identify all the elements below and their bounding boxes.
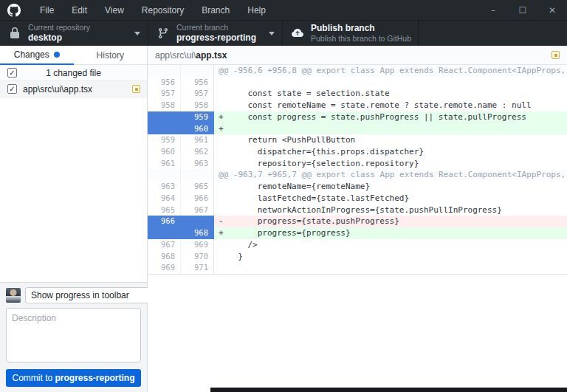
code-text: @@ -956,6 +956,8 @@ export class App ext… [219, 66, 567, 75]
old-line-number[interactable]: 958 [148, 100, 181, 111]
github-logo-icon [7, 4, 21, 17]
code-text: return <PushPullButton [228, 135, 355, 145]
new-line-number[interactable]: 959 [181, 111, 214, 123]
new-line-number[interactable]: 965 [181, 181, 214, 193]
old-line-number[interactable] [148, 111, 181, 123]
old-line-number[interactable]: 964 [148, 193, 181, 204]
diff-file-name: app.tsx [196, 50, 227, 61]
commit-button-branch: progress-reporting [55, 373, 135, 383]
menu-branch[interactable]: Branch [193, 0, 238, 20]
changed-file-list: ✓app\src\ui\app.tsx [0, 81, 147, 282]
new-line-number[interactable]: 961 [181, 134, 214, 146]
publish-branch-button[interactable]: Publish branch Publish this branch to Gi… [283, 21, 419, 46]
new-line-number[interactable]: 962 [181, 146, 214, 158]
menu-repository[interactable]: Repository [133, 0, 193, 20]
old-line-number[interactable]: 965 [148, 204, 181, 216]
old-line-number[interactable]: 963 [148, 181, 181, 193]
diff-sign: + [219, 227, 228, 239]
code-line: /> [214, 239, 567, 251]
current-branch-label: Current branch [176, 23, 264, 32]
diff-sign: + [219, 123, 228, 135]
sidebar-tabbar: ChangesHistory [0, 46, 147, 65]
new-line-number[interactable]: 958 [181, 100, 214, 111]
maximize-button[interactable]: ☐ [508, 0, 537, 20]
minimize-button[interactable]: – [478, 0, 508, 20]
current-repository-dropdown[interactable]: Current repository desktop [0, 21, 148, 46]
background-window-edge [210, 388, 567, 392]
new-line-number[interactable]: 967 [181, 204, 214, 216]
commit-summary-input[interactable] [25, 287, 151, 303]
commit-button[interactable]: Commit to progress-reporting [6, 369, 141, 387]
code-text: @@ -963,7 +965,7 @@ export class App ext… [219, 170, 567, 179]
code-text: progress={state.pushProgress} [228, 216, 399, 226]
hunk-header: @@ -963,7 +965,7 @@ export class App ext… [214, 169, 567, 181]
new-line-number[interactable]: 971 [181, 262, 214, 274]
old-line-number[interactable] [148, 227, 181, 239]
chevron-down-icon [134, 32, 140, 35]
menu-view[interactable]: View [96, 0, 133, 20]
old-line-number[interactable] [148, 169, 181, 181]
diff-file-header: app\src\ui\app.tsx [148, 46, 567, 65]
modified-status-icon [551, 51, 560, 59]
diff-view: @@ -956,6 +956,8 @@ export class App ext… [148, 65, 567, 275]
old-line-number[interactable]: 956 [148, 77, 181, 89]
code-line: + [214, 123, 567, 135]
new-line-number[interactable] [181, 216, 214, 227]
menu-help[interactable]: Help [238, 0, 275, 20]
old-line-number[interactable]: 966 [148, 216, 181, 227]
code-line: remoteName={remoteName} [214, 181, 567, 193]
old-line-number[interactable]: 969 [148, 262, 181, 274]
changed-files-count: 1 changed file [0, 68, 147, 78]
code-line: networkActionInProgress={state.pushPullI… [214, 204, 567, 216]
code-line: } [214, 251, 567, 263]
publish-branch-subtitle: Publish this branch to GitHub [311, 34, 410, 44]
include-file-checkbox[interactable]: ✓ [7, 84, 17, 94]
tab-history[interactable]: History [74, 46, 148, 65]
code-text: repository={selection.repository} [228, 159, 419, 168]
new-line-number[interactable] [181, 169, 214, 181]
new-line-number[interactable]: 969 [181, 239, 214, 251]
title-bar: FileEditViewRepositoryBranchHelp –☐✕ [0, 0, 567, 21]
include-all-checkbox[interactable]: ✓ [7, 68, 17, 78]
changed-file-row[interactable]: ✓app\src\ui\app.tsx [0, 81, 147, 97]
old-line-number[interactable]: 961 [148, 158, 181, 170]
window-controls: –☐✕ [478, 0, 567, 20]
menu-bar-items: FileEditViewRepositoryBranchHelp [31, 0, 275, 20]
new-line-number[interactable]: 966 [181, 193, 214, 204]
code-text: dispatcher={this.props.dispatcher} [228, 147, 424, 157]
new-line-number[interactable]: 968 [181, 227, 214, 239]
menu-file[interactable]: File [31, 0, 63, 20]
current-branch-dropdown[interactable]: Current branch progress-reporting [148, 21, 283, 46]
old-line-number[interactable]: 968 [148, 251, 181, 263]
code-line: - progress={state.pushProgress} [214, 216, 567, 227]
code-line: dispatcher={this.props.dispatcher} [214, 146, 567, 158]
new-line-number[interactable]: 963 [181, 158, 214, 170]
new-line-number[interactable]: 960 [181, 123, 214, 135]
changed-file-path: app\src\ui\app.tsx [23, 84, 132, 94]
code-text: remoteName={remoteName} [228, 182, 370, 191]
old-line-number[interactable]: 959 [148, 134, 181, 146]
modified-status-icon [132, 85, 140, 93]
old-line-number[interactable] [148, 65, 181, 77]
new-line-number[interactable]: 956 [181, 77, 214, 89]
close-button[interactable]: ✕ [537, 0, 567, 20]
code-text: networkActionInProgress={state.pushPullI… [228, 205, 502, 215]
unsaved-changes-dot [54, 52, 60, 58]
old-line-number[interactable]: 960 [148, 146, 181, 158]
new-line-number[interactable]: 957 [181, 88, 214, 100]
old-line-number[interactable] [148, 123, 181, 135]
changes-sidebar: ChangesHistory ✓ 1 changed file ✓app\src… [0, 46, 148, 392]
code-line: return <PushPullButton [214, 134, 567, 146]
new-line-number[interactable]: 970 [181, 251, 214, 263]
chevron-down-icon [269, 32, 275, 35]
diff-sign: - [219, 216, 228, 227]
diff-panel: app\src\ui\app.tsx @@ -956,6 +956,8 @@ e… [148, 46, 567, 392]
commit-description-textarea[interactable] [6, 308, 141, 362]
old-line-number[interactable]: 957 [148, 88, 181, 100]
code-line: const remoteName = state.remote ? state.… [214, 100, 567, 111]
publish-branch-title: Publish branch [311, 23, 410, 34]
new-line-number[interactable] [181, 65, 214, 77]
old-line-number[interactable]: 967 [148, 239, 181, 251]
menu-edit[interactable]: Edit [63, 0, 96, 20]
tab-changes[interactable]: Changes [0, 46, 74, 65]
